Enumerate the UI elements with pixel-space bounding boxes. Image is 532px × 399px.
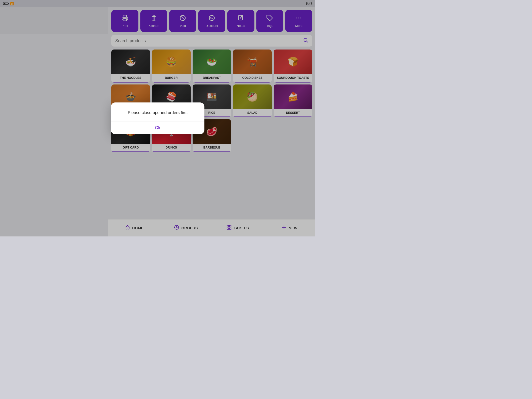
modal-dialog: Please close opened orders first Ok [111, 102, 204, 134]
modal-body: Please close opened orders first [111, 102, 204, 115]
modal-overlay: Please close opened orders first Ok [0, 0, 315, 236]
modal-message: Please close opened orders first [118, 110, 198, 115]
modal-actions: Ok [111, 121, 204, 134]
modal-ok-button[interactable]: Ok [111, 121, 204, 134]
